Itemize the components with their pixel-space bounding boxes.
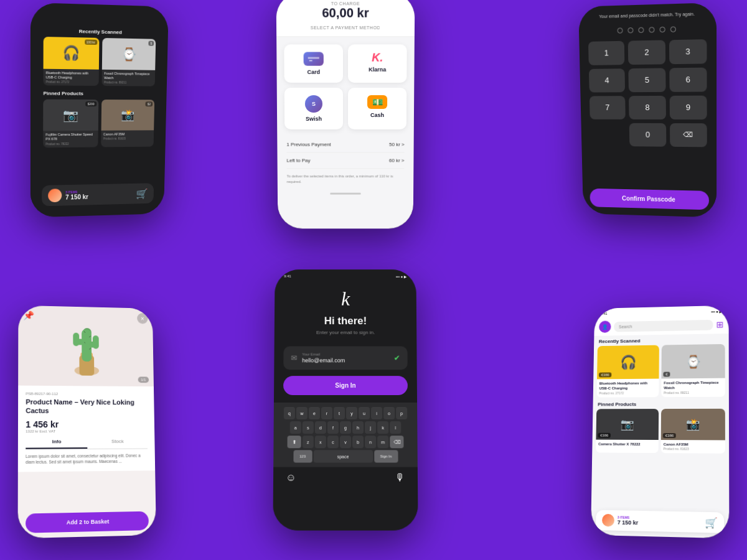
phone-1-scanner: 9:41 Recently Scanned 🎧 Bluetooth Headph… [31,2,169,217]
p6-product-1[interactable]: 🎧 €386 Bluetooth Headphones with USB-C C… [597,345,659,398]
cactus-svg [62,315,111,377]
key-u[interactable]: u [359,407,370,419]
key-123[interactable]: 123 [293,450,312,462]
p6-recent-grid: 🎧 €386 Bluetooth Headphones with USB-C C… [593,344,729,397]
dot-6 [670,26,676,32]
key-z[interactable]: z [303,436,314,448]
p6-product-4[interactable]: 📸 €386 Canon AF35M Product no. 81623 [661,408,725,454]
cart-icon-6[interactable]: 🛒 [705,516,718,529]
key-o[interactable]: o [383,407,395,419]
key-5[interactable]: 5 [629,68,666,92]
p6-card-info-2: Fossil Chronograph Timepiece Watch Produ… [661,378,725,397]
p6-product-3[interactable]: 📷 €386 Camera Shutter X 78222 [596,409,659,454]
product-card-2[interactable]: ⌚ Fossil Chronograph Timepiece Watch Pro… [101,38,156,86]
key-7[interactable]: 7 [590,96,626,119]
product-card-1[interactable]: 🎧 Bluetooth Headphones with USB-C Chargi… [44,37,99,86]
key-1[interactable]: 1 [588,40,625,65]
key-y[interactable]: y [346,407,357,419]
signal-5: ▪▪▪ ● ▶ [396,274,407,279]
cart-icon-1[interactable]: 🛒 [136,188,148,200]
key-r[interactable]: r [321,407,332,419]
key-i[interactable]: i [371,407,382,419]
p6-card-info-1: Bluetooth Headphones with USB-C Charging… [597,379,659,398]
email-value: hello@email.com [302,357,388,363]
key-2[interactable]: 2 [628,40,665,65]
recently-scanned-title: Recently Scanned [44,27,156,35]
p6-pinned-grid: 📷 €386 Camera Shutter X 78222 📸 €386 Can… [592,408,729,454]
key-m[interactable]: m [377,436,388,448]
tab-info[interactable]: Info [26,436,87,449]
scan-icon-6[interactable]: ⊞ [716,320,723,330]
p6-card-info-3: Camera Shutter X 78222 [596,439,659,449]
key-0[interactable]: 0 [629,123,666,146]
login-subtitle: Enter your email to sign in. [284,330,408,335]
card-method-label: Card [307,69,320,75]
p6-avatar[interactable]: 👤 [599,320,611,333]
key-shift[interactable]: ⬆ [288,436,301,448]
left-to-pay-row[interactable]: Left to Pay 60 kr > [286,153,404,169]
key-8[interactable]: 8 [629,95,665,119]
search-bar-6[interactable]: Search [614,319,713,332]
key-backspace[interactable]: ⌫ [390,436,403,448]
cart-bar-6[interactable]: 3 ITEMS 7 150 kr 🛒 [596,510,724,533]
prev-payment-label: 1 Previous Payment [286,142,331,147]
key-h[interactable]: h [352,421,364,434]
key-b[interactable]: b [352,436,364,448]
cart-bar-1[interactable]: 3 ITEMS 7 150 kr 🛒 [42,183,154,206]
key-e[interactable]: e [309,407,320,419]
payment-method-klarna[interactable]: K. Klarna [348,44,407,83]
email-icon: ✉ [291,353,297,362]
key-a[interactable]: a [290,421,301,434]
key-l[interactable]: l [390,421,401,434]
key-delete[interactable]: ⌫ [670,123,707,147]
key-d[interactable]: d [315,421,326,434]
phone-6-list: 9:41 ▪▪▪ ● ▶ 👤 Search ⊞ Recently Scanned… [591,306,729,539]
key-9[interactable]: 9 [669,95,707,119]
key-4[interactable]: 4 [589,68,625,92]
product-card-4[interactable]: 📸 Canon AF35M Product no. 81623 $2 [101,100,154,147]
close-button-4[interactable]: × [137,313,148,324]
mic-icon[interactable]: 🎙 [395,472,405,483]
key-g[interactable]: g [340,421,351,434]
prev-payment-row[interactable]: 1 Previous Payment 50 kr > [286,137,405,153]
payment-method-cash[interactable]: 💵 Cash [348,88,406,129]
key-c[interactable]: c [327,436,339,448]
key-3[interactable]: 3 [669,39,707,64]
price-badge-4: $2 [146,102,153,107]
payment-methods-grid: Card K. Klarna S Swish 💵 Cash [276,37,415,137]
key-signin[interactable]: Sign In [374,450,398,462]
p6-img-4: 📸 €386 [661,408,725,440]
key-j[interactable]: j [365,421,376,434]
key-x[interactable]: x [315,436,326,448]
payment-method-swish[interactable]: S Swish [284,88,343,129]
page-indicator: 1/1 [138,376,149,383]
to-charge-label: TO CHARGE [286,1,405,6]
email-input-field[interactable]: ✉ Your Email hello@email.com ✔ [283,347,407,370]
key-v[interactable]: v [340,436,351,448]
key-n[interactable]: n [365,436,376,448]
add-to-basket-button[interactable]: Add 2 to Basket [26,511,149,533]
key-t[interactable]: t [334,407,345,419]
key-w[interactable]: w [296,407,308,419]
key-6[interactable]: 6 [669,67,707,91]
swish-method-label: Swish [306,116,322,122]
numpad: 1 2 3 4 5 6 7 8 9 0 ⌫ [588,39,707,147]
product-tabs: Info Stock [26,435,148,449]
product-sku: PSB-89217-90-112 [26,392,146,396]
key-q[interactable]: q [284,407,295,419]
key-p[interactable]: p [396,407,407,419]
key-k[interactable]: k [377,421,388,434]
confirm-passcode-button[interactable]: Confirm Passcode [590,189,709,210]
key-space[interactable]: space [313,450,373,462]
status-bar-5: 9:41 ▪▪▪ ● ▶ [275,269,416,279]
emoji-icon[interactable]: ☺ [286,472,296,483]
tab-stock[interactable]: Stock [87,435,148,448]
product-card-3[interactable]: 📷 Fujifilm Camera Shutter Speed PX 678 P… [43,100,98,147]
sign-in-button[interactable]: Sign In [283,376,408,395]
pin-icon[interactable]: 📌 [23,310,34,320]
payment-method-card[interactable]: Card [284,44,343,83]
pinned-6: Pinned Products [593,399,728,409]
key-f[interactable]: f [327,421,339,434]
key-s[interactable]: s [303,421,314,434]
p6-product-2[interactable]: ⌚ € Fossil Chronograph Timepiece Watch P… [661,344,725,397]
